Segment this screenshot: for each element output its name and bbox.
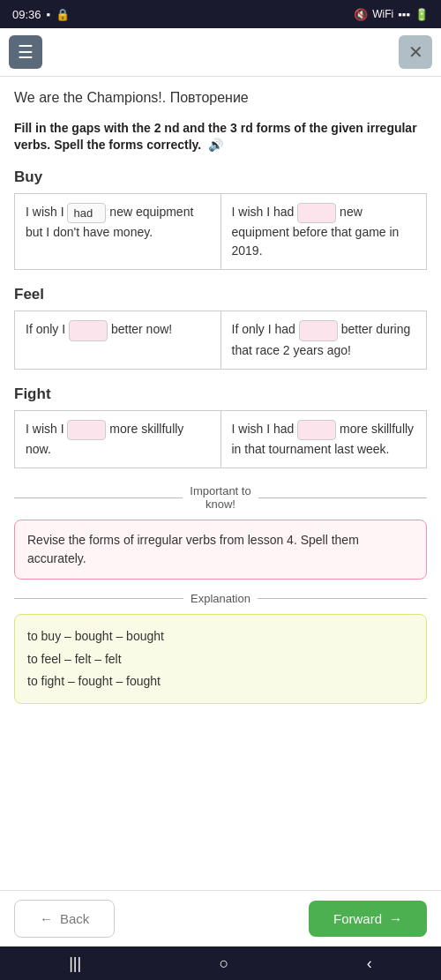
- explanation-divider-line-right: [258, 598, 427, 599]
- section-label-fight: Fight: [14, 385, 427, 403]
- explanation-divider: Explanation: [14, 592, 427, 605]
- buy-cell-2: I wish I had new equipment before that g…: [220, 193, 427, 270]
- mute-icon: 🔇: [354, 8, 368, 21]
- feel-input-1[interactable]: [69, 320, 108, 341]
- signal-icon: ▪▪▪: [398, 8, 410, 21]
- status-bar: 09:36 ▪ 🔒 🔇 WiFi ▪▪▪ 🔋: [0, 0, 441, 28]
- exercise-table-feel: If only I better now! If only I had bett…: [14, 310, 427, 370]
- divider-line-left: [14, 497, 183, 498]
- exercise-table-fight: I wish I more skillfully now. I wish I h…: [14, 410, 427, 469]
- page-title: We are the Champions!. Повторение: [14, 89, 427, 108]
- explanation-line-1: to buy – bought – bought: [27, 625, 414, 647]
- forward-arrow-icon: →: [389, 911, 402, 926]
- back-arrow-icon: ←: [40, 911, 53, 926]
- explanation-box: to buy – bought – bought to feel – felt …: [14, 614, 427, 704]
- feel-cell-2: If only I had better during that race 2 …: [220, 311, 427, 370]
- bottom-nav: ← Back Forward →: [0, 890, 441, 946]
- explanation-line-3: to fight – fought – fought: [27, 670, 414, 692]
- status-right: 🔇 WiFi ▪▪▪ 🔋: [354, 8, 429, 21]
- forward-button[interactable]: Forward →: [309, 901, 427, 937]
- status-time: 09:36: [12, 8, 41, 21]
- android-home-button[interactable]: ○: [220, 954, 229, 973]
- explanation-line-2: to feel – felt – felt: [27, 648, 414, 670]
- back-label: Back: [60, 911, 89, 926]
- android-back-button[interactable]: |||: [69, 954, 81, 973]
- explanation-divider-line-left: [14, 598, 183, 599]
- main-content: We are the Champions!. Повторение Fill i…: [0, 77, 441, 890]
- fight-cell-2: I wish I had more skillfully in that tou…: [220, 410, 427, 468]
- file-icon: ▪: [47, 8, 51, 21]
- audio-icon[interactable]: 🔊: [208, 137, 223, 154]
- section-label-feel: Feel: [14, 286, 427, 303]
- menu-button[interactable]: ☰: [9, 35, 42, 69]
- android-nav: ||| ○ ‹: [0, 946, 441, 980]
- feel-input-2[interactable]: [299, 320, 338, 341]
- buy-input-2[interactable]: [297, 203, 336, 224]
- important-label: Important toknow!: [190, 484, 250, 511]
- android-recent-button[interactable]: ‹: [367, 954, 372, 973]
- fight-cell-1: I wish I more skillfully now.: [15, 410, 221, 468]
- wifi-icon: WiFi: [372, 8, 393, 20]
- battery-icon: 🔋: [415, 8, 429, 21]
- instruction: Fill in the gaps with the 2 nd and the 3…: [14, 120, 427, 154]
- forward-label: Forward: [333, 911, 382, 926]
- top-nav: ☰ ✕: [0, 28, 441, 77]
- fight-input-2[interactable]: [297, 420, 336, 441]
- close-button[interactable]: ✕: [399, 35, 432, 69]
- important-divider: Important toknow!: [14, 484, 427, 511]
- back-button[interactable]: ← Back: [14, 900, 115, 938]
- status-left: 09:36 ▪ 🔒: [12, 8, 70, 21]
- section-label-buy: Buy: [14, 168, 427, 186]
- lock-icon: 🔒: [56, 8, 70, 21]
- feel-cell-1: If only I better now!: [15, 311, 221, 370]
- explanation-label: Explanation: [191, 592, 250, 605]
- buy-input-1[interactable]: had: [67, 203, 106, 224]
- buy-cell-1: I wish I had new equipment but I don't h…: [15, 193, 221, 270]
- divider-line-right: [258, 497, 427, 498]
- info-box: Revise the forms of irregular verbs from…: [14, 520, 427, 580]
- exercise-table-buy: I wish I had new equipment but I don't h…: [14, 193, 427, 271]
- fight-input-1[interactable]: [67, 420, 106, 441]
